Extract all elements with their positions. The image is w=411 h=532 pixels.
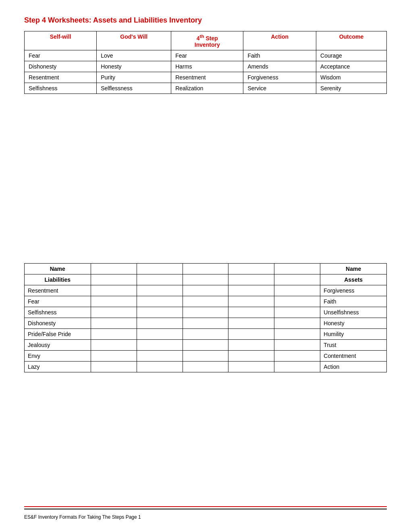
summary-cell-3-1: Selflessness bbox=[97, 83, 171, 94]
inventory-middle-cell-6-3 bbox=[228, 350, 274, 361]
inventory-row: FearFaith bbox=[25, 296, 387, 307]
liability-cell-7: Lazy bbox=[25, 361, 91, 372]
liability-cell-4: Pride/False Pride bbox=[25, 328, 91, 339]
summary-table: Self-will God's Will 4th StepInventory A… bbox=[24, 31, 387, 94]
inventory-middle-cell-1-0 bbox=[91, 296, 137, 307]
page-title: Step 4 Worksheets: Assets and Liabilitie… bbox=[24, 16, 387, 25]
inventory-middle-cell-1-3 bbox=[228, 296, 274, 307]
inventory-middle-cell-1-1 bbox=[137, 296, 183, 307]
summary-row: DishonestyHonestyHarmsAmendsAcceptance bbox=[25, 61, 387, 72]
inventory-middle-cell-6-0 bbox=[91, 350, 137, 361]
inventory-middle-cell-5-3 bbox=[228, 339, 274, 350]
inventory-header-liabilities: Liabilities bbox=[25, 274, 91, 285]
col-header-gods-will: God's Will bbox=[97, 31, 171, 50]
inventory-section: Name Name Liabilities Assets ResentmentF… bbox=[24, 263, 387, 372]
summary-row: SelfishnessSelflessnessRealizationServic… bbox=[25, 83, 387, 94]
col-header-self-will: Self-will bbox=[25, 31, 97, 50]
inventory-liab-col-2 bbox=[137, 274, 183, 285]
inventory-middle-cell-7-2 bbox=[183, 361, 228, 372]
inventory-middle-cell-0-1 bbox=[137, 285, 183, 296]
inventory-header-name-left: Name bbox=[25, 263, 91, 274]
inventory-middle-cell-6-4 bbox=[274, 350, 320, 361]
liability-cell-3: Dishonesty bbox=[25, 318, 91, 328]
summary-cell-2-2: Resentment bbox=[171, 72, 243, 83]
summary-cell-3-2: Realization bbox=[171, 83, 243, 94]
summary-cell-3-0: Selfishness bbox=[25, 83, 97, 94]
inventory-middle-cell-7-0 bbox=[91, 361, 137, 372]
inventory-middle-cell-5-1 bbox=[137, 339, 183, 350]
inventory-middle-cell-3-3 bbox=[228, 318, 274, 328]
asset-cell-4: Humility bbox=[320, 328, 387, 339]
inventory-header-name-right: Name bbox=[320, 263, 387, 274]
inventory-row: DishonestyHonesty bbox=[25, 318, 387, 328]
liability-cell-0: Resentment bbox=[25, 285, 91, 296]
inventory-middle-cell-0-2 bbox=[183, 285, 228, 296]
inventory-middle-cell-2-4 bbox=[274, 307, 320, 318]
col-header-action: Action bbox=[243, 31, 316, 50]
summary-row: ResentmentPurityResentmentForgivenessWis… bbox=[25, 72, 387, 83]
inventory-middle-cell-4-4 bbox=[274, 328, 320, 339]
inventory-col-3 bbox=[183, 263, 228, 274]
inventory-row: SelfishnessUnselfishness bbox=[25, 307, 387, 318]
inventory-middle-cell-2-1 bbox=[137, 307, 183, 318]
inventory-middle-cell-0-4 bbox=[274, 285, 320, 296]
inventory-row: ResentmentForgiveness bbox=[25, 285, 387, 296]
asset-cell-2: Unselfishness bbox=[320, 307, 387, 318]
inventory-col-5 bbox=[274, 263, 320, 274]
inventory-middle-cell-4-3 bbox=[228, 328, 274, 339]
inventory-middle-cell-2-2 bbox=[183, 307, 228, 318]
inventory-liab-col-4 bbox=[228, 274, 274, 285]
inventory-col-4 bbox=[228, 263, 274, 274]
inventory-header-assets: Assets bbox=[320, 274, 387, 285]
liability-cell-5: Jealousy bbox=[25, 339, 91, 350]
inventory-col-1 bbox=[91, 263, 137, 274]
footer: ES&F Inventory Formats For Taking The St… bbox=[24, 502, 387, 520]
inventory-table: Name Name Liabilities Assets ResentmentF… bbox=[24, 263, 387, 372]
inventory-middle-cell-1-4 bbox=[274, 296, 320, 307]
asset-cell-5: Trust bbox=[320, 339, 387, 350]
inventory-middle-cell-0-3 bbox=[228, 285, 274, 296]
inventory-middle-cell-6-2 bbox=[183, 350, 228, 361]
inventory-middle-cell-2-0 bbox=[91, 307, 137, 318]
inventory-middle-cell-3-0 bbox=[91, 318, 137, 328]
summary-cell-0-2: Fear bbox=[171, 50, 243, 61]
summary-cell-1-2: Harms bbox=[171, 61, 243, 72]
summary-cell-0-1: Love bbox=[97, 50, 171, 61]
liability-cell-6: Envy bbox=[25, 350, 91, 361]
inventory-row: Pride/False PrideHumility bbox=[25, 328, 387, 339]
inventory-middle-cell-6-1 bbox=[137, 350, 183, 361]
summary-cell-1-3: Amends bbox=[243, 61, 316, 72]
inventory-middle-cell-5-0 bbox=[91, 339, 137, 350]
inventory-middle-cell-7-4 bbox=[274, 361, 320, 372]
liability-cell-2: Selfishness bbox=[25, 307, 91, 318]
inventory-middle-cell-2-3 bbox=[228, 307, 274, 318]
inventory-middle-cell-4-0 bbox=[91, 328, 137, 339]
inventory-middle-cell-7-3 bbox=[228, 361, 274, 372]
asset-cell-6: Contentment bbox=[320, 350, 387, 361]
inventory-middle-cell-0-0 bbox=[91, 285, 137, 296]
inventory-row: EnvyContentment bbox=[25, 350, 387, 361]
summary-cell-2-3: Forgiveness bbox=[243, 72, 316, 83]
summary-cell-1-0: Dishonesty bbox=[25, 61, 97, 72]
inventory-middle-cell-5-4 bbox=[274, 339, 320, 350]
inventory-liab-col-3 bbox=[183, 274, 228, 285]
summary-row: FearLoveFearFaithCourage bbox=[25, 50, 387, 61]
inventory-middle-cell-4-2 bbox=[183, 328, 228, 339]
inventory-middle-cell-4-1 bbox=[137, 328, 183, 339]
summary-cell-0-4: Courage bbox=[316, 50, 387, 61]
inventory-row: JealousyTrust bbox=[25, 339, 387, 350]
summary-cell-2-1: Purity bbox=[97, 72, 171, 83]
inventory-middle-cell-1-2 bbox=[183, 296, 228, 307]
inventory-row: LazyAction bbox=[25, 361, 387, 372]
summary-cell-3-4: Serenity bbox=[316, 83, 387, 94]
summary-cell-3-3: Service bbox=[243, 83, 316, 94]
asset-cell-0: Forgiveness bbox=[320, 285, 387, 296]
inventory-liab-col-1 bbox=[91, 274, 137, 285]
asset-cell-7: Action bbox=[320, 361, 387, 372]
summary-cell-1-4: Acceptance bbox=[316, 61, 387, 72]
col-header-4th-step: 4th StepInventory bbox=[171, 31, 243, 50]
footer-text: ES&F Inventory Formats For Taking The St… bbox=[24, 514, 141, 520]
summary-cell-2-4: Wisdom bbox=[316, 72, 387, 83]
inventory-middle-cell-5-2 bbox=[183, 339, 228, 350]
summary-cell-0-3: Faith bbox=[243, 50, 316, 61]
